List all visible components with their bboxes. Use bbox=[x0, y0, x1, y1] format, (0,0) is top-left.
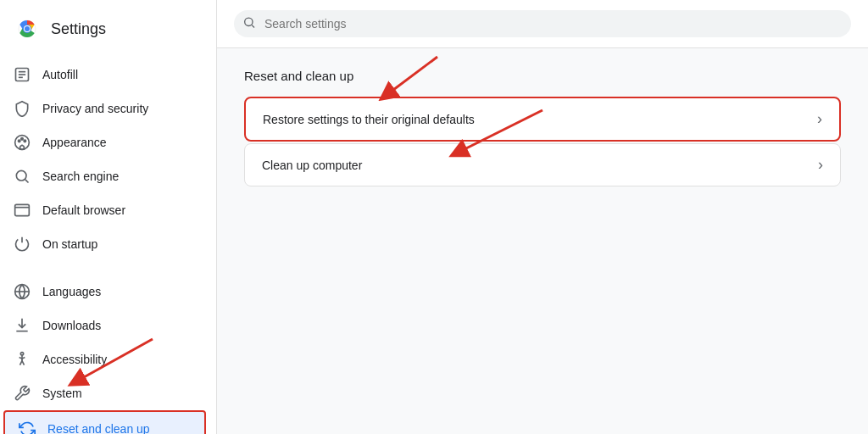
globe-icon bbox=[14, 283, 31, 300]
chevron-right-icon: › bbox=[817, 110, 822, 128]
search-icon bbox=[14, 168, 31, 185]
sidebar: Settings Autofill Privacy and security bbox=[0, 0, 217, 434]
svg-point-3 bbox=[25, 26, 30, 31]
settings-list-cleanup: Clean up computer › bbox=[244, 143, 841, 186]
sidebar-item-languages[interactable]: Languages bbox=[0, 275, 209, 309]
accessibility-icon bbox=[14, 351, 31, 368]
section-title: Reset and clean up bbox=[244, 69, 841, 83]
sidebar-item-on-startup[interactable]: On startup bbox=[0, 227, 209, 261]
sidebar-item-label: Accessibility bbox=[42, 353, 107, 366]
sidebar-item-label: Default browser bbox=[42, 203, 125, 217]
svg-line-13 bbox=[25, 180, 29, 183]
svg-rect-14 bbox=[15, 204, 30, 215]
sidebar-item-label: Reset and clean up bbox=[47, 422, 150, 434]
sidebar-item-autofill[interactable]: Autofill bbox=[0, 58, 209, 92]
search-bar bbox=[217, 0, 868, 48]
sidebar-item-label: Appearance bbox=[42, 136, 107, 149]
settings-row-cleanup[interactable]: Clean up computer › bbox=[245, 144, 840, 186]
sidebar-item-label: On startup bbox=[42, 237, 97, 251]
search-container bbox=[234, 10, 851, 37]
sidebar-item-label: Autofill bbox=[42, 68, 78, 81]
browser-icon bbox=[14, 202, 31, 219]
sidebar-item-privacy[interactable]: Privacy and security bbox=[0, 92, 209, 125]
search-icon bbox=[242, 16, 256, 32]
settings-row-label: Clean up computer bbox=[262, 159, 362, 172]
sidebar-item-label: Downloads bbox=[42, 319, 101, 332]
sidebar-item-label: System bbox=[42, 387, 82, 400]
sidebar-item-default-browser[interactable]: Default browser bbox=[0, 193, 209, 227]
sidebar-item-system[interactable]: System bbox=[0, 376, 209, 410]
shield-icon bbox=[14, 100, 31, 117]
sidebar-item-label: Privacy and security bbox=[42, 102, 148, 115]
wrench-icon bbox=[14, 385, 31, 402]
svg-point-12 bbox=[16, 170, 26, 181]
chrome-logo-icon bbox=[14, 15, 41, 42]
sidebar-item-search-engine[interactable]: Search engine bbox=[0, 159, 209, 193]
sidebar-item-reset[interactable]: Reset and clean up bbox=[3, 410, 206, 434]
sidebar-item-label: Languages bbox=[42, 285, 101, 298]
settings-row-restore[interactable]: Restore settings to their original defau… bbox=[246, 98, 839, 140]
settings-list-restore: Restore settings to their original defau… bbox=[244, 97, 841, 142]
power-icon bbox=[14, 236, 31, 253]
main-content: Reset and clean up Restore settings to t… bbox=[217, 0, 868, 434]
sidebar-item-appearance[interactable]: Appearance bbox=[0, 125, 209, 159]
autofill-icon bbox=[14, 66, 31, 83]
chevron-right-icon: › bbox=[818, 156, 823, 174]
download-icon bbox=[14, 317, 31, 334]
sidebar-header: Settings bbox=[0, 7, 216, 58]
palette-icon bbox=[14, 134, 31, 151]
settings-row-label: Restore settings to their original defau… bbox=[263, 113, 475, 126]
content-area: Reset and clean up Restore settings to t… bbox=[217, 48, 868, 207]
svg-point-10 bbox=[21, 138, 24, 141]
search-input[interactable] bbox=[234, 10, 851, 37]
svg-point-9 bbox=[18, 140, 20, 142]
svg-point-21 bbox=[245, 18, 253, 25]
sidebar-item-accessibility[interactable]: Accessibility bbox=[0, 342, 209, 376]
svg-point-19 bbox=[20, 353, 23, 355]
sidebar-item-label: Search engine bbox=[42, 170, 119, 183]
reset-icon bbox=[19, 420, 36, 434]
svg-line-22 bbox=[252, 25, 254, 28]
sidebar-item-downloads[interactable]: Downloads bbox=[0, 309, 209, 342]
app-title: Settings bbox=[51, 20, 106, 38]
svg-point-11 bbox=[24, 140, 26, 142]
